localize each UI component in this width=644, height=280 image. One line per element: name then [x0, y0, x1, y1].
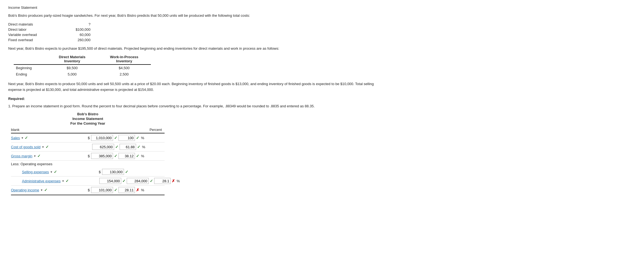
instruction-text: 1. Prepare an income statement in good f…: [8, 103, 376, 109]
inv-label-beginning: Beginning: [14, 65, 47, 71]
gross-margin-pct-symbol: %: [141, 154, 144, 158]
inv-wip-ending: 2,500: [97, 71, 151, 77]
operating-label-container: Operating income ▼ ✓: [11, 188, 88, 192]
cogs-percent-check: ✓: [137, 145, 140, 149]
operating-dollar: $: [88, 188, 90, 192]
cost-row-dm: Direct materials ?: [8, 22, 376, 26]
cogs-pct-symbol: %: [142, 145, 145, 149]
cogs-label-container: Cost of goods sold ▼ ✓: [11, 145, 88, 149]
less-opex-label: Less: Operating expenses: [11, 161, 165, 167]
selling-fields: $ ✓: [99, 169, 128, 175]
cogs-dropdown-icon[interactable]: ▼: [42, 145, 44, 149]
sales-amount-check: ✓: [114, 136, 117, 140]
inventory-section: Next year, Bob's Bistro expects to purch…: [8, 46, 376, 78]
sales-link[interactable]: Sales: [11, 136, 20, 140]
statement-period: For the Coming Year: [11, 121, 165, 125]
gross-margin-dollar: $: [88, 154, 90, 158]
cost-label-dl: Direct labor: [8, 27, 58, 32]
operating-label-check: ✓: [44, 188, 47, 192]
inv-row-ending: Ending 5,000 2,500: [14, 71, 151, 77]
admin-label-check: ✓: [66, 179, 69, 183]
admin-amount-check: ✓: [150, 179, 153, 183]
inventory-text: Next year, Bob's Bistro expects to purch…: [8, 46, 376, 51]
operating-income-row: Operating income ▼ ✓ $ ✓ ✗ %: [11, 186, 165, 195]
operating-dropdown-icon[interactable]: ▼: [40, 189, 43, 192]
admin-amount-input[interactable]: [127, 178, 149, 184]
admin-row: Administrative expenses ▼ ✓ ✓ ✓ ✗ %: [11, 177, 165, 186]
admin-percent-input[interactable]: [154, 178, 171, 184]
admin-pct-symbol: %: [177, 179, 180, 183]
page-title: Income Statement: [8, 5, 376, 10]
gross-margin-label-container: Gross margin ▼ ✓: [11, 154, 88, 158]
cogs-link[interactable]: Cost of goods sold: [11, 145, 41, 149]
cost-label-fo: Fixed overhead: [8, 38, 58, 42]
scenario-text: Next year, Bob's Bistro expects to produ…: [8, 81, 376, 93]
gross-margin-row: Gross margin ▼ ✓ $ ✓ ✓ %: [11, 152, 165, 161]
admin-sub-check: ✓: [122, 179, 126, 183]
inv-label-ending: Ending: [14, 71, 47, 77]
gross-margin-amount-check: ✓: [114, 154, 117, 158]
sales-percent-input[interactable]: [118, 135, 135, 141]
selling-dropdown-icon[interactable]: ▼: [50, 170, 53, 173]
inv-header2: Work-in-Process: [97, 54, 151, 59]
gross-margin-fields: $ ✓ ✓ %: [88, 153, 144, 159]
cogs-row: Cost of goods sold ▼ ✓ ✓ ✓ %: [11, 142, 165, 152]
selling-sub-amount-input[interactable]: [102, 169, 124, 175]
operating-pct-symbol: %: [141, 188, 144, 192]
statement-title: Income Statement: [11, 117, 165, 121]
admin-percent-cross: ✗: [172, 179, 175, 183]
admin-label-container: Administrative expenses ▼ ✓: [22, 179, 99, 183]
cost-row-dl: Direct labor $100,000: [8, 27, 376, 32]
inv-subheader1: Inventory: [47, 59, 98, 65]
cogs-amount-input[interactable]: [92, 144, 114, 150]
cost-value-vo: 60,000: [58, 33, 91, 37]
cogs-amount-check: ✓: [115, 145, 118, 149]
operating-percent-cross: ✗: [136, 188, 139, 192]
statement-company: Bob's Bistro: [11, 112, 165, 116]
gross-margin-percent-input[interactable]: [118, 153, 135, 159]
cost-value-fo: 260,000: [58, 38, 91, 42]
selling-label-check: ✓: [54, 170, 57, 174]
sales-label-check: ✓: [25, 136, 28, 140]
inventory-table: Direct Materials Work-in-Process Invento…: [14, 54, 151, 77]
inv-dm-beginning: $9,500: [47, 65, 98, 71]
cost-value-dm: ?: [58, 22, 91, 26]
operating-amount-input[interactable]: [91, 187, 113, 193]
cost-row-vo: Variable overhead 60,000: [8, 33, 376, 37]
cogs-percent-input[interactable]: [120, 144, 136, 150]
sales-dollar: $: [88, 136, 90, 140]
sales-percent-check: ✓: [136, 136, 139, 140]
inv-header1: Direct Materials: [47, 54, 98, 59]
cost-label-vo: Variable overhead: [8, 33, 58, 37]
percent-header: Percent: [149, 128, 162, 132]
gross-margin-dropdown-icon[interactable]: ▼: [33, 155, 36, 158]
inv-wip-beginning: $4,500: [97, 65, 151, 71]
selling-dollar: $: [99, 170, 101, 174]
inv-dm-ending: 5,000: [47, 71, 98, 77]
required-label: Required:: [8, 97, 376, 101]
inv-row-beginning: Beginning $9,500 $4,500: [14, 65, 151, 71]
gross-margin-label-check: ✓: [37, 154, 41, 158]
sales-row: Sales ▼ ✓ $ ✓ ✓ %: [11, 133, 165, 142]
inv-subheader2: Inventory: [97, 59, 151, 65]
operating-percent-input[interactable]: [118, 187, 135, 193]
admin-sub-amount-input[interactable]: [99, 178, 121, 184]
sales-dropdown-icon[interactable]: ▼: [21, 136, 24, 139]
selling-sub-check: ✓: [125, 170, 128, 174]
sales-fields: $ ✓ ✓ %: [88, 135, 144, 141]
gross-margin-amount-input[interactable]: [91, 153, 113, 159]
sales-amount-input[interactable]: [91, 135, 113, 141]
admin-dropdown-icon[interactable]: ▼: [62, 180, 64, 183]
cost-row-fo: Fixed overhead 260,000: [8, 38, 376, 42]
gross-margin-link[interactable]: Gross margin: [11, 154, 32, 158]
cogs-fields: ✓ ✓ %: [88, 144, 145, 150]
gross-margin-percent-check: ✓: [136, 154, 139, 158]
cost-label-dm: Direct materials: [8, 22, 58, 26]
sales-label-container: Sales ▼ ✓: [11, 136, 88, 140]
selling-link[interactable]: Selling expenses: [22, 170, 49, 174]
intro-text: Bob's Bistro produces party-sized hoagie…: [8, 13, 376, 18]
admin-link[interactable]: Administrative expenses: [22, 179, 61, 183]
sales-pct-symbol: %: [141, 136, 144, 140]
selling-label-container: Selling expenses ▼ ✓: [22, 170, 99, 174]
operating-link[interactable]: Operating income: [11, 188, 39, 192]
